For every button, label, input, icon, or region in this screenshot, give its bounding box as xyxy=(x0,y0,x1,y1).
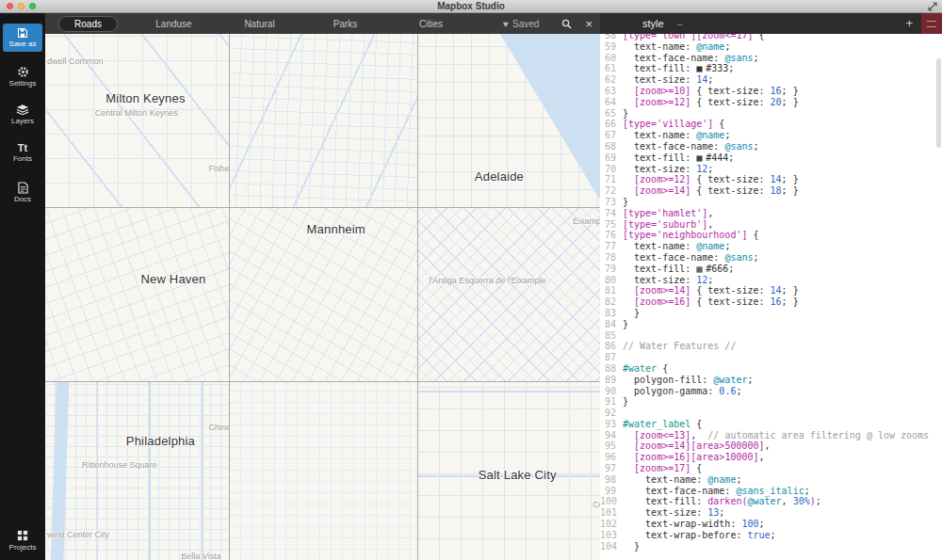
search-button[interactable] xyxy=(561,19,572,29)
code-text[interactable]: text-size: 12; xyxy=(623,164,713,175)
tab-roads[interactable]: Roads xyxy=(45,16,131,32)
code-text[interactable]: [type='hamlet'], xyxy=(623,208,713,219)
code-line[interactable]: 59 text-name: @name; xyxy=(600,41,942,53)
code-line[interactable]: 65} xyxy=(600,108,942,120)
code-line[interactable]: 58[type='town'][zoom<=17] { xyxy=(600,34,942,41)
code-text[interactable]: text-size: 14; xyxy=(623,74,713,86)
editor-scrollbar[interactable] xyxy=(936,58,941,148)
code-line[interactable]: 83 } xyxy=(600,308,942,319)
map-cell[interactable]: ChinatPhiladelphiaRittenhouse Squarewest… xyxy=(45,382,229,560)
code-editor[interactable]: 58[type='town'][zoom<=17] {59 text-name:… xyxy=(600,34,942,560)
code-line[interactable]: 79 text-fill: #666; xyxy=(600,264,942,275)
sidebar-item-settings[interactable]: Settings xyxy=(0,66,45,88)
code-line[interactable]: 85 xyxy=(600,330,942,342)
code-text[interactable]: } xyxy=(623,308,640,319)
code-text[interactable]: } xyxy=(623,108,628,120)
code-text[interactable]: // Water Features // xyxy=(623,341,736,352)
tab-style[interactable]: style xyxy=(642,18,664,29)
code-line[interactable]: 97 [zoom>=17] { xyxy=(600,463,942,474)
color-swatch[interactable] xyxy=(696,266,703,273)
code-text[interactable]: text-name: @name; xyxy=(623,474,741,486)
map-cell[interactable]: Eixampll'Antiga Esquerra de l'Eixample xyxy=(418,208,600,381)
code-line[interactable]: 67 text-name: @name; xyxy=(600,130,942,141)
code-line[interactable]: 64 [zoom>=12] { text-size: 20; } xyxy=(600,97,942,108)
map-cell[interactable]: New Haven xyxy=(45,208,229,381)
saved-indicator[interactable]: ♥ Saved xyxy=(503,19,539,29)
code-line[interactable]: 93#water_label { xyxy=(600,419,942,430)
code-text[interactable]: text-face-name: @sans; xyxy=(623,53,759,64)
map-cell[interactable]: Salt Lake CityCe xyxy=(418,382,600,560)
code-line[interactable]: 66[type='village'] { xyxy=(600,119,942,130)
code-line[interactable]: 60 text-face-name: @sans; xyxy=(600,53,942,64)
code-line[interactable]: 69 text-fill: #444; xyxy=(600,152,942,164)
code-text[interactable]: [zoom>=14] { text-size: 14; } xyxy=(623,285,799,296)
save-as-button[interactable]: Save as xyxy=(3,24,42,52)
code-text[interactable]: text-face-name: @sans_italic; xyxy=(623,486,810,497)
code-line[interactable]: 87 xyxy=(600,352,942,363)
code-text[interactable]: text-wrap-before: true; xyxy=(623,530,776,541)
code-text[interactable]: polygon-gamma: 0.6; xyxy=(623,386,741,397)
color-swatch[interactable] xyxy=(696,66,703,72)
code-text[interactable]: [type='village'] { xyxy=(623,119,724,130)
code-line[interactable]: 71 [zoom>=12] { text-size: 14; } xyxy=(600,174,942,185)
close-icon[interactable]: × xyxy=(585,18,593,30)
code-text[interactable]: } xyxy=(623,319,628,330)
code-text[interactable]: #water { xyxy=(623,363,668,375)
code-text[interactable]: text-size: 13; xyxy=(623,507,724,519)
code-line[interactable]: 82 [zoom>=16] { text-size: 16; } xyxy=(600,296,942,308)
tab-parks[interactable]: Parks xyxy=(302,17,388,31)
code-text[interactable]: text-name: @name; xyxy=(623,241,730,252)
code-line[interactable]: 72 [zoom>=14] { text-size: 18; } xyxy=(600,185,942,197)
code-line[interactable]: 96 [zoom>=16][area>10000], xyxy=(600,452,942,463)
code-text[interactable]: [zoom>=14][area>500000], xyxy=(623,440,771,452)
code-text[interactable]: text-fill: darken(@water, 30%); xyxy=(623,496,821,507)
code-line[interactable]: 89 polygon-fill: @water; xyxy=(600,375,942,386)
code-line[interactable]: 76[type='neighbourhood'] { xyxy=(600,230,942,241)
map-cell[interactable]: dwell CommonMilton KeynesCentral Milton … xyxy=(45,34,229,207)
code-line[interactable]: 86// Water Features // xyxy=(600,341,942,352)
code-line[interactable]: 78 text-face-name: @sans; xyxy=(600,252,942,264)
sidebar-item-projects[interactable]: Projects xyxy=(0,530,45,552)
code-text[interactable]: #water_label { xyxy=(623,419,702,430)
code-line[interactable]: 61 text-fill: #333; xyxy=(600,63,942,74)
resize-icon[interactable] xyxy=(928,2,937,11)
code-text[interactable]: text-fill: #333; xyxy=(623,63,734,74)
code-line[interactable]: 91} xyxy=(600,396,942,408)
code-line[interactable]: 104 } xyxy=(600,541,942,552)
code-line[interactable]: 98 text-name: @name; xyxy=(600,474,942,486)
editor-menu-button[interactable] xyxy=(921,13,942,34)
code-line[interactable]: 70 text-size: 12; xyxy=(600,164,942,175)
code-text[interactable]: text-size: 12; xyxy=(623,275,713,286)
code-text[interactable]: [type='town'][zoom<=17] { xyxy=(623,34,765,41)
code-text[interactable]: [zoom>=14] { text-size: 18; } xyxy=(623,185,799,197)
code-line[interactable]: 80 text-size: 12; xyxy=(600,275,942,286)
code-text[interactable]: } xyxy=(623,197,628,208)
code-text[interactable]: text-name: @name; xyxy=(623,41,730,53)
tab-landuse[interactable]: Landuse xyxy=(131,17,217,31)
code-text[interactable]: [zoom>=17] { xyxy=(623,463,702,474)
code-text[interactable]: text-face-name: @sans; xyxy=(623,252,759,264)
code-text[interactable]: [type='suburb'], xyxy=(623,219,713,231)
code-text[interactable]: [zoom>=16] { text-size: 16; } xyxy=(623,296,799,308)
code-line[interactable]: 75[type='suburb'], xyxy=(600,219,942,231)
map-cell[interactable] xyxy=(230,34,417,207)
code-text[interactable]: text-wrap-width: 100; xyxy=(623,519,765,530)
code-line[interactable]: 84} xyxy=(600,319,942,330)
code-text[interactable]: [zoom>=10] { text-size: 16; } xyxy=(623,86,799,97)
color-swatch[interactable] xyxy=(696,155,703,162)
code-line[interactable]: 81 [zoom>=14] { text-size: 14; } xyxy=(600,285,942,296)
map-cell[interactable] xyxy=(230,382,417,560)
tab-natural[interactable]: Natural xyxy=(217,17,302,31)
code-text[interactable]: text-face-name: @sans; xyxy=(623,141,759,152)
code-text[interactable]: [zoom>=12] { text-size: 20; } xyxy=(623,97,799,108)
code-text[interactable]: text-fill: #444; xyxy=(623,152,734,164)
code-line[interactable]: 62 text-size: 14; xyxy=(600,74,942,86)
code-line[interactable]: 103 text-wrap-before: true; xyxy=(600,530,942,541)
sidebar-item-docs[interactable]: Docs xyxy=(0,182,45,203)
sidebar-item-layers[interactable]: Layers xyxy=(0,104,45,125)
code-text[interactable]: text-fill: #666; xyxy=(623,264,734,275)
code-line[interactable]: 102 text-wrap-width: 100; xyxy=(600,519,942,530)
code-text[interactable]: [zoom>=16][area>10000], xyxy=(623,452,765,463)
code-line[interactable]: 95 [zoom>=14][area>500000], xyxy=(600,440,942,452)
code-text[interactable]: polygon-fill: @water; xyxy=(623,375,753,386)
